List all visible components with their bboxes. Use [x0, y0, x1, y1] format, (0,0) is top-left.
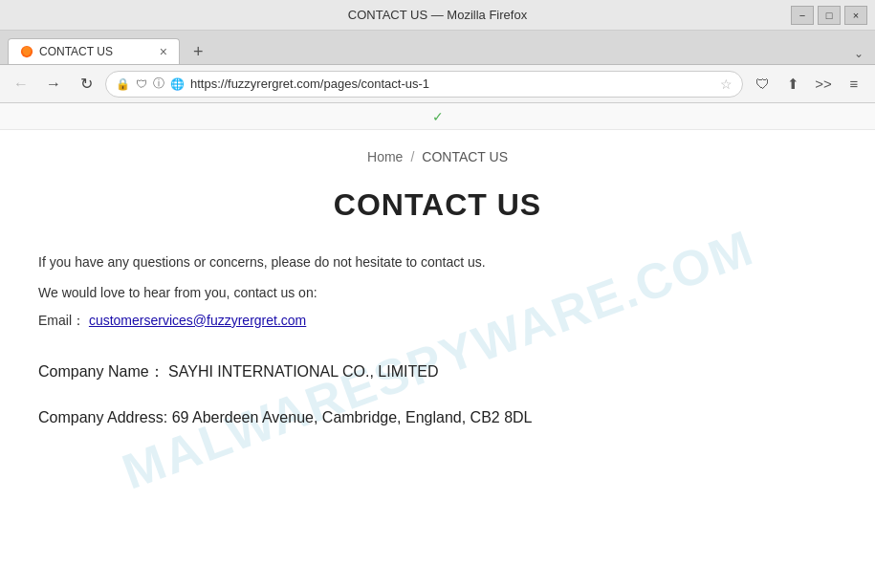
- breadcrumb-current: CONTACT US: [422, 149, 508, 164]
- breadcrumb-home-link[interactable]: Home: [367, 149, 403, 164]
- company-address-line: Company Address: 69 Aberdeen Avenue, Cam…: [38, 404, 837, 432]
- window-controls: − □ ×: [791, 6, 867, 25]
- title-bar: CONTACT US — Mozilla Firefox − □ ×: [0, 0, 875, 31]
- maximize-button[interactable]: □: [818, 6, 841, 25]
- reload-button[interactable]: ↻: [73, 71, 99, 98]
- intro-text-1: If you have any questions or concerns, p…: [38, 251, 837, 274]
- minimize-button[interactable]: −: [791, 6, 814, 25]
- breadcrumb: Home / CONTACT US: [38, 149, 837, 164]
- page-content: MALWARESPYWARE.COM Home / CONTACT US CON…: [0, 130, 875, 588]
- more-tools-button[interactable]: >>: [810, 71, 837, 98]
- email-line: Email： customerservices@fuzzyrergret.com: [38, 313, 837, 330]
- window-title: CONTACT US — Mozilla Firefox: [348, 8, 527, 22]
- nav-bar: ← → ↻ 🔒 🛡 ⓘ 🌐 https://fuzzyrergret.com/p…: [0, 65, 875, 103]
- url-display[interactable]: https://fuzzyrergret.com/pages/contact-u…: [190, 76, 714, 91]
- url-path: /pages/contact-us-1: [320, 76, 429, 91]
- bookmark-star-icon[interactable]: ☆: [720, 76, 733, 92]
- share-button[interactable]: ⬆: [779, 71, 806, 98]
- security-icon: 🔒: [116, 77, 130, 91]
- new-tab-button[interactable]: +: [187, 43, 209, 60]
- nav-right-icons: 🛡 ⬆ >> ≡: [749, 71, 867, 98]
- back-button[interactable]: ←: [8, 71, 34, 98]
- url-base: fuzzyrergret.com: [228, 76, 320, 91]
- company-name-block: Company Name： SAYHI INTERNATIONAL CO., L…: [38, 359, 837, 386]
- forward-button[interactable]: →: [40, 71, 67, 98]
- menu-button[interactable]: ≡: [841, 71, 867, 98]
- company-address-block: Company Address: 69 Aberdeen Avenue, Cam…: [38, 404, 837, 432]
- intro-text-2: We would love to hear from you, contact …: [38, 282, 837, 305]
- breadcrumb-separator: /: [410, 149, 414, 164]
- browser-window: CONTACT US — Mozilla Firefox − □ × CONTA…: [0, 0, 875, 588]
- email-link[interactable]: customerservices@fuzzyrergret.com: [89, 313, 306, 328]
- checkmark-icon: ✓: [432, 109, 444, 124]
- verify-bar: ✓: [0, 103, 875, 130]
- address-bar[interactable]: 🔒 🛡 ⓘ 🌐 https://fuzzyrergret.com/pages/c…: [105, 71, 743, 98]
- close-button[interactable]: ×: [844, 6, 867, 25]
- tab-close-button[interactable]: ×: [160, 45, 167, 58]
- tab-title-text: CONTACT US: [39, 45, 154, 58]
- info-icon: ⓘ: [153, 76, 164, 92]
- company-address-label: Company Address:: [38, 409, 167, 425]
- company-address-value: 69 Aberdeen Avenue, Cambridge, England, …: [172, 409, 533, 425]
- page-heading: CONTACT US: [38, 187, 837, 223]
- company-name-line: Company Name： SAYHI INTERNATIONAL CO., L…: [38, 359, 837, 386]
- shield-icon: 🛡: [136, 77, 147, 91]
- tab-overflow-button[interactable]: ⌄: [850, 47, 867, 60]
- pocket-button[interactable]: 🛡: [749, 71, 776, 98]
- firefox-favicon: [20, 45, 33, 58]
- company-name-value: SAYHI INTERNATIONAL CO., LIMITED: [168, 363, 438, 380]
- content-inner: Home / CONTACT US CONTACT US If you have…: [38, 149, 837, 432]
- company-name-label: Company Name：: [38, 363, 164, 380]
- active-tab[interactable]: CONTACT US ×: [8, 38, 180, 64]
- tab-bar: CONTACT US × + ⌄: [0, 31, 875, 65]
- globe-icon: 🌐: [170, 77, 185, 91]
- email-label: Email：: [38, 313, 85, 328]
